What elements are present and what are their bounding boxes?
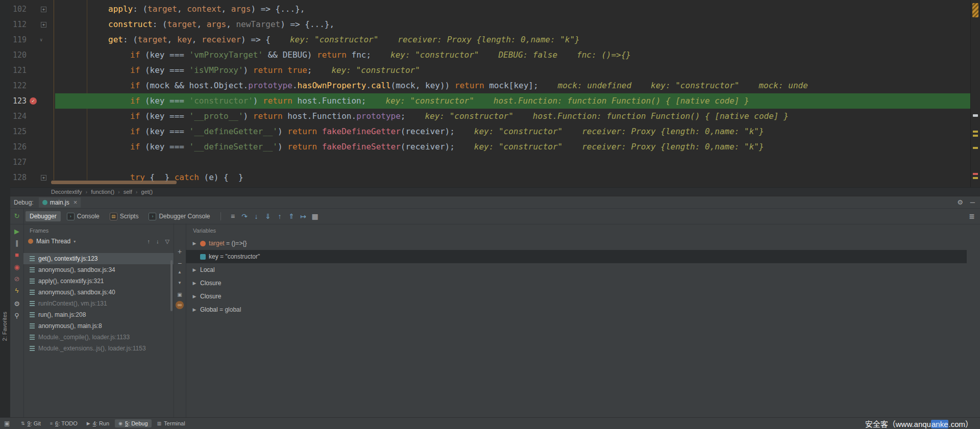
debug-window-header-actions: ⚙─ bbox=[957, 198, 980, 206]
tab-debugger[interactable]: Debugger bbox=[26, 211, 61, 221]
favorites-toolwindow-button[interactable]: 2: Favorites bbox=[2, 312, 8, 341]
horizontal-scrollbar[interactable] bbox=[51, 181, 177, 184]
fold-marker-icon[interactable]: + bbox=[41, 7, 46, 12]
add-watch-icon[interactable]: + bbox=[174, 247, 186, 256]
error-stripe-mark[interactable] bbox=[973, 173, 978, 175]
inline-debugger-hint: mock: undefined bbox=[558, 81, 632, 90]
fold-marker-icon[interactable]: ∨ bbox=[40, 32, 42, 47]
code-line: 121if (key === 'isVMProxy') return true;… bbox=[10, 63, 971, 78]
expand-arrow-icon[interactable]: ▶ bbox=[192, 281, 197, 286]
stack-frame-row[interactable]: runInContext(), vm.js:131 bbox=[23, 298, 174, 309]
expand-arrow-icon[interactable]: ▶ bbox=[192, 307, 197, 312]
remove-watch-icon[interactable]: − bbox=[174, 259, 186, 267]
expand-arrow-icon[interactable]: ▶ bbox=[192, 294, 197, 299]
view-breakpoints-icon[interactable]: ◉ bbox=[10, 263, 23, 271]
stack-frame-row[interactable]: anonymous(), sandbox.js:40 bbox=[23, 287, 174, 298]
rerun-icon[interactable]: ↻ bbox=[10, 212, 23, 220]
debug-window-header: Debug: main.js × ⚙─ bbox=[10, 196, 980, 209]
debug-session-tab-title: main.js bbox=[50, 199, 69, 206]
resume-icon[interactable]: ▶ bbox=[10, 228, 23, 235]
debugger-settings-icon[interactable]: ⚙ bbox=[10, 300, 23, 308]
fold-marker-icon[interactable]: + bbox=[41, 175, 46, 181]
warning-stripe-mark[interactable] bbox=[973, 135, 978, 137]
stack-frame-icon bbox=[30, 279, 35, 284]
stack-frame-icon bbox=[30, 290, 35, 295]
show-execution-point-icon[interactable]: ≡ bbox=[227, 212, 239, 220]
frames-list: get(), contextify.js:123anonymous(), san… bbox=[23, 253, 174, 354]
toolwindow-toggle-icon[interactable]: ▣ bbox=[4, 420, 14, 427]
warning-stripe-mark[interactable] bbox=[973, 177, 978, 179]
move-down-icon[interactable]: ↓ bbox=[156, 238, 159, 244]
stop-icon[interactable]: ■ bbox=[10, 251, 23, 259]
close-icon[interactable]: × bbox=[74, 198, 78, 206]
move-watch-up-icon[interactable]: ▲ bbox=[174, 270, 186, 274]
step-out-icon[interactable]: ↑ bbox=[274, 212, 286, 220]
pause-icon[interactable]: ∥ bbox=[10, 239, 23, 247]
run-to-cursor-icon[interactable]: ↦ bbox=[298, 212, 309, 220]
frames-scrollbar[interactable] bbox=[170, 260, 173, 311]
variable-row[interactable]: key = "constructor" bbox=[186, 250, 967, 263]
stack-frame-row[interactable]: anonymous(), sandbox.js:34 bbox=[23, 264, 174, 275]
statusbar-run-button[interactable]: ▶4: Run bbox=[83, 419, 113, 427]
scripts-icon: ▤ bbox=[110, 213, 117, 220]
variable-row[interactable]: ▶Closure bbox=[186, 276, 967, 290]
force-step-icon[interactable]: ϟ bbox=[10, 287, 23, 294]
filter-frames-icon[interactable]: ▽ bbox=[165, 238, 169, 245]
frames-actions: ↑↓▽ bbox=[148, 236, 169, 247]
code-editor[interactable]: 102+apply: (target, context, args) => {.… bbox=[10, 0, 980, 187]
step-over-icon[interactable]: ↷ bbox=[239, 212, 251, 220]
statusbar-debug-button[interactable]: ◉5: Debug bbox=[115, 419, 152, 427]
code-text: construct: (target, args, newTarget) => … bbox=[55, 17, 971, 32]
code-text: if (key === '__defineSetter__') return f… bbox=[55, 139, 971, 155]
avatar-badge-icon[interactable]: oo bbox=[176, 301, 184, 309]
tab-scripts[interactable]: ▤Scripts bbox=[106, 211, 143, 222]
mute-breakpoints-icon[interactable]: ⊘ bbox=[10, 275, 23, 283]
variable-row[interactable]: ▶Local bbox=[186, 263, 967, 276]
thread-selector[interactable]: Main Thread ▾ ↑↓▽ bbox=[23, 236, 174, 247]
stack-frame-row[interactable]: Module._compile(), loader.js:1133 bbox=[23, 332, 174, 343]
warning-stripe-mark[interactable] bbox=[973, 131, 978, 133]
pin-tab-icon[interactable]: ⚲ bbox=[10, 312, 23, 319]
hide-icon[interactable]: ─ bbox=[970, 198, 975, 206]
statusbar-terminal-button[interactable]: ▥Terminal bbox=[154, 419, 189, 427]
show-watches-icon[interactable]: ▣ bbox=[174, 292, 186, 297]
inspections-indicator-icon[interactable] bbox=[972, 3, 978, 17]
fold-marker-icon[interactable]: + bbox=[41, 22, 46, 28]
line-number: 119 bbox=[11, 32, 27, 47]
variable-row[interactable]: ▶Global = global bbox=[186, 303, 967, 316]
expand-arrow-icon[interactable]: ▶ bbox=[192, 267, 197, 272]
statusbar-git-button[interactable]: ⇅9: Git bbox=[17, 419, 44, 427]
breakpoint-hit-icon[interactable]: ✓ bbox=[30, 97, 37, 105]
step-out-of-code-block-icon[interactable]: ⇑ bbox=[286, 212, 298, 220]
stack-frame-row[interactable]: get(), contextify.js:123 bbox=[23, 253, 174, 264]
layout-settings-icon[interactable]: ≣ bbox=[969, 212, 975, 220]
move-up-icon[interactable]: ↑ bbox=[148, 238, 151, 244]
expand-arrow-icon[interactable]: ▶ bbox=[192, 241, 197, 246]
breadcrumb-item[interactable]: Decontextify bbox=[51, 189, 82, 195]
stack-frame-row[interactable]: apply(), contextify.js:321 bbox=[23, 275, 174, 287]
execution-point-stripe-mark[interactable] bbox=[973, 114, 978, 117]
debug-session-tab[interactable]: main.js × bbox=[39, 197, 81, 208]
evaluate-expression-icon[interactable]: ▦ bbox=[309, 212, 321, 220]
stack-frame-row[interactable]: run(), main.js:208 bbox=[23, 309, 174, 320]
step-into-icon[interactable]: ↓ bbox=[251, 212, 262, 220]
stack-frame-row[interactable]: anonymous(), main.js:8 bbox=[23, 320, 174, 332]
tab-console[interactable]: ›Console bbox=[63, 211, 104, 222]
stack-frame-icon bbox=[30, 335, 35, 340]
settings-icon[interactable]: ⚙ bbox=[957, 198, 963, 206]
warning-stripe-mark[interactable] bbox=[973, 147, 978, 149]
breadcrumb-item[interactable]: get() bbox=[141, 189, 153, 195]
thread-icon bbox=[28, 239, 33, 244]
stack-frame-row[interactable]: Module._extensions..js(), loader.js:1153 bbox=[23, 343, 174, 354]
breadcrumb-item[interactable]: self bbox=[124, 189, 132, 195]
inline-debugger-hint: key: "constructor" bbox=[331, 65, 420, 75]
variable-row[interactable]: ▶target = ()=>{} bbox=[186, 237, 967, 250]
force-step-into-icon[interactable]: ⇓ bbox=[262, 212, 274, 220]
primitive-variable-icon bbox=[200, 254, 206, 260]
inline-debugger-hint: mock: unde bbox=[758, 81, 807, 90]
tab-debugger-console[interactable]: ›Debugger Console bbox=[144, 211, 214, 222]
variable-row[interactable]: ▶Closure bbox=[186, 290, 967, 303]
breadcrumb-item[interactable]: function() bbox=[91, 189, 114, 195]
statusbar-todo-button[interactable]: ≡6: TODO bbox=[46, 419, 81, 427]
move-watch-down-icon[interactable]: ▼ bbox=[174, 281, 186, 285]
